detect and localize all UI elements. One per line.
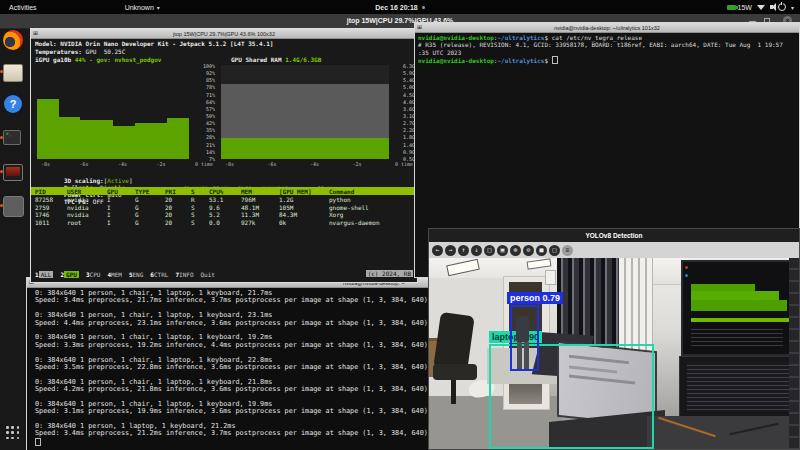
monitor-green-bar xyxy=(691,284,755,291)
terminal-cursor xyxy=(35,438,41,446)
zoom-out-icon[interactable]: ⊖ xyxy=(523,245,534,256)
jtop-menu-tab[interactable]: 4MEM xyxy=(107,271,121,278)
dock-item-unknown-app[interactable] xyxy=(3,196,23,216)
jtop-xterm-title: jtop 15W|CPU 29.7%|GPU 43.6% 100x32 xyxy=(31,31,417,37)
system-tray[interactable]: 15W ▾ xyxy=(727,0,794,14)
pan-up-icon[interactable]: ↑ xyxy=(458,245,469,256)
help-icon: ? xyxy=(4,95,22,113)
axis-tick: 92% xyxy=(206,70,215,76)
jtop-menu-bar: 1ALL2GPU3CPU4MEM5ENG6CTRL7INFOQuit (c) 2… xyxy=(35,270,415,279)
zoom-window-icon[interactable]: □ xyxy=(484,245,495,256)
running-indicator xyxy=(0,70,3,73)
time-tick: -2s xyxy=(156,161,165,167)
ram-size-axis: 6.3G5.9G5.4G5.0G4.5G4.0G3.6G3.1G2.7G2.2G… xyxy=(393,63,415,162)
axis-tick: 42% xyxy=(206,120,215,126)
jtop-copyright: (c) 2024, RB xyxy=(366,270,413,277)
clock[interactable]: Dec 16 20:18 xyxy=(0,4,800,11)
dock-item-help[interactable]: ? xyxy=(3,94,23,114)
axis-tick: 21% xyxy=(206,142,215,148)
jtop-window[interactable]: ⊞ jtop 15W|CPU 29.7%|GPU 43.6% 100x32 Mo… xyxy=(30,28,418,283)
pan-left-icon[interactable]: ← xyxy=(432,245,443,256)
terminal-output[interactable]: nvidia@nvidia-desktop:~/ultralytics$ cat… xyxy=(418,34,798,64)
firefox-icon xyxy=(3,30,23,50)
axis-tick: 85% xyxy=(206,77,215,83)
time-tick: 0 time xyxy=(195,161,213,167)
gpu-usage-bar xyxy=(146,123,157,159)
gnome-top-bar: Activities Unknown▾ Dec 16 20:18 15W ▾ xyxy=(0,0,800,14)
jtop-menu-tab[interactable]: 6CTRL xyxy=(150,271,168,278)
monitor-green-header xyxy=(691,318,791,322)
table-row[interactable]: 87258nvidiaIG20R53.1796M1.2Gpython xyxy=(31,196,415,204)
gpu-usage-bar xyxy=(48,99,59,159)
yolov8-detection-window[interactable]: YOLOv8 Detection ←→↑↓□▣⊕⊖■□≡ xyxy=(428,228,800,450)
time-tick: -2s xyxy=(352,161,361,167)
jtop-menu-tab[interactable]: 3CPU xyxy=(86,271,100,278)
dock-item-video-player[interactable] xyxy=(3,162,23,182)
output-line: :35 UTC 2023 xyxy=(418,49,798,56)
copy-window-icon[interactable]: □ xyxy=(549,245,560,256)
time-tick: -8s xyxy=(225,161,234,167)
axis-tick: 57% xyxy=(206,106,215,112)
office-chair-pole xyxy=(451,380,456,404)
power-indicator: 15W xyxy=(727,4,752,11)
gpu-usage-bar xyxy=(70,117,81,159)
jtop-temps-line: Temperatures: GPU 50.25C xyxy=(35,48,125,55)
server-rack-edge xyxy=(789,258,799,449)
monitor-text-lines xyxy=(691,326,783,346)
prompt-line: nvidia@nvidia-desktop:~/ultralytics$ cat… xyxy=(418,34,798,41)
chevron-down-icon: ▾ xyxy=(791,4,794,11)
jtop-menu-tab[interactable]: 7INFO xyxy=(175,271,193,278)
terminal-titlebar[interactable]: ⊞ nvidia@nvidia-desktop: ~/ultralytics 1… xyxy=(415,23,799,33)
gpu-usage-chart xyxy=(37,65,189,159)
person-head xyxy=(520,309,527,316)
show-applications-button[interactable] xyxy=(6,426,20,440)
gpu-usage-bar xyxy=(124,126,135,159)
axis-tick: 28% xyxy=(206,134,215,140)
properties-icon[interactable]: ≡ xyxy=(562,245,573,256)
jtop-menu-tab[interactable]: 2GPU xyxy=(60,271,78,278)
pan-right-icon[interactable]: → xyxy=(445,245,456,256)
gpu-usage-bar xyxy=(178,118,189,159)
terminal-icon: >_ xyxy=(3,130,21,145)
gpu-time-axis: -8s-6s-4s-2s0 time xyxy=(41,161,213,167)
files-icon xyxy=(3,64,23,82)
table-row[interactable]: 2759nvidiaIG20S9.648.1M105Mgnome-shell xyxy=(31,204,415,212)
terminal-title: nvidia@nvidia-desktop: ~/ultralytics 101… xyxy=(415,25,799,31)
time-tick: -6s xyxy=(79,161,88,167)
jtop-content: Model: NVIDIA Orin Nano Developer Kit - … xyxy=(31,38,417,282)
gpu-percent-axis: 100%92%85%78%71%64%57%50%42%35%28%21%14%… xyxy=(189,63,215,162)
zoom-in-icon[interactable]: ⊕ xyxy=(510,245,521,256)
light-switch xyxy=(545,270,556,285)
time-tick: -4s xyxy=(118,161,127,167)
table-row[interactable]: 1011rootIG20S0.0927k0knvargus-daemon xyxy=(31,219,415,227)
yolo-toolbar: ←→↑↓□▣⊕⊖■□≡ xyxy=(429,242,799,258)
process-table-header: PIDUSERGPUTYPEPRISCPU%MEM[GPU MEM]Comman… xyxy=(31,187,415,195)
time-tick: -6s xyxy=(267,161,276,167)
monitor-icon-dot xyxy=(685,266,688,269)
battery-icon xyxy=(727,5,736,10)
monitor-green-bar xyxy=(691,291,779,300)
process-table: 87258nvidiaIG20R53.1796M1.2Gpython 2759n… xyxy=(31,196,415,226)
gpu-usage-bar xyxy=(80,120,91,159)
axis-tick: 35% xyxy=(206,127,215,133)
save-icon[interactable]: ■ xyxy=(536,245,547,256)
wifi-icon xyxy=(757,5,765,10)
pan-down-icon[interactable]: ↓ xyxy=(471,245,482,256)
ram-capacity-area xyxy=(221,84,389,138)
dock: ? >_ xyxy=(0,14,26,450)
axis-tick: 14% xyxy=(206,149,215,155)
jtop-menu-tab[interactable]: 1ALL xyxy=(35,271,53,278)
table-row[interactable]: 1746nvidiaIG20S5.211.3M84.3MXorg xyxy=(31,211,415,219)
jtop-menu-tab[interactable]: 5ENG xyxy=(129,271,143,278)
yolo-titlebar[interactable]: YOLOv8 Detection xyxy=(429,229,799,242)
gpu-usage-bar xyxy=(37,99,48,159)
gpu-usage-bar xyxy=(156,123,167,159)
jtop-menu-tab[interactable]: Quit xyxy=(201,271,215,278)
person-detection-label: person 0.79 xyxy=(507,292,563,304)
dock-item-terminal[interactable]: >_ xyxy=(3,128,23,148)
zoom-reset-icon[interactable]: ▣ xyxy=(497,245,508,256)
dock-item-firefox[interactable] xyxy=(3,30,23,50)
dock-item-files[interactable] xyxy=(3,62,23,82)
axis-tick: 78% xyxy=(206,84,215,90)
second-screen-text xyxy=(687,362,789,412)
